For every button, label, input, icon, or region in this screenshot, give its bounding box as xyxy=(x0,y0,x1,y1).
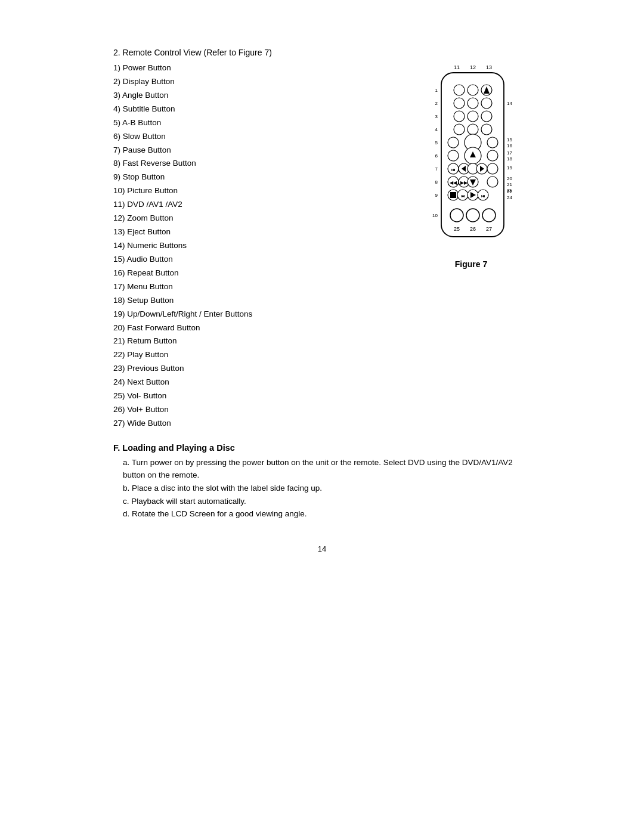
svg-text:8: 8 xyxy=(435,179,438,185)
list-item: 14) Numeric Buttons xyxy=(113,240,400,252)
list-item: 13) Eject Button xyxy=(113,226,400,239)
page-content: 2. Remote Control View (Refer to Figure … xyxy=(89,0,555,589)
svg-point-69 xyxy=(466,209,479,222)
svg-text:9: 9 xyxy=(435,193,438,198)
svg-text:25: 25 xyxy=(453,226,459,232)
button-list: 1) Power Button2) Display Button3) Angle… xyxy=(113,62,400,431)
svg-point-6 xyxy=(467,85,478,95)
svg-point-21 xyxy=(481,124,492,135)
svg-text:16: 16 xyxy=(507,143,512,148)
svg-text:15: 15 xyxy=(507,137,512,143)
svg-text:26: 26 xyxy=(469,226,475,232)
section2-title: 2. Remote Control View (Refer to Figure … xyxy=(113,48,531,57)
content-area: 1) Power Button2) Display Button3) Angle… xyxy=(113,62,531,431)
button-list-items: 1) Power Button2) Display Button3) Angle… xyxy=(113,62,400,430)
svg-text:4: 4 xyxy=(435,127,438,132)
list-item: 21) Return Button xyxy=(113,335,400,348)
list-item: 15) Audio Button xyxy=(113,253,400,266)
list-item: 1) Power Button xyxy=(113,62,400,75)
svg-text:6: 6 xyxy=(435,153,438,159)
svg-point-25 xyxy=(487,137,498,148)
svg-text:27: 27 xyxy=(485,226,491,232)
svg-text:⏭: ⏭ xyxy=(481,194,485,198)
svg-point-17 xyxy=(481,111,492,122)
list-item: 22) Play Button xyxy=(113,349,400,361)
list-item: 27) Wide Button xyxy=(113,417,400,430)
list-item: 19) Up/Down/Left/Right / Enter Buttons xyxy=(113,308,400,321)
svg-text:20: 20 xyxy=(507,176,512,181)
svg-point-11 xyxy=(467,98,478,109)
list-item: 17) Menu Button xyxy=(113,281,400,293)
list-item: 5) A-B Button xyxy=(113,117,400,129)
list-item: 20) Fast Forward Button xyxy=(113,322,400,335)
svg-text:2: 2 xyxy=(435,101,438,106)
svg-text:3: 3 xyxy=(435,114,438,119)
list-item: 18) Setup Button xyxy=(113,295,400,307)
svg-point-16 xyxy=(467,111,478,122)
svg-point-15 xyxy=(454,111,465,122)
svg-text:23: 23 xyxy=(507,188,512,193)
list-item: 9) Stop Button xyxy=(113,171,400,184)
svg-text:21: 21 xyxy=(507,182,512,187)
svg-rect-57 xyxy=(450,192,456,198)
list-item: 26) Vol+ Button xyxy=(113,404,400,416)
section-f-list-item: b. Place a disc into the slot with the l… xyxy=(113,482,531,495)
section-f-list-item: a. Turn power on by pressing the power b… xyxy=(113,456,531,482)
section-f-title: F. Loading and Playing a Disc xyxy=(113,443,531,453)
section-f-list-item: c. Playback will start automatically. xyxy=(113,495,531,508)
svg-text:5: 5 xyxy=(435,140,438,145)
svg-text:18: 18 xyxy=(507,156,512,162)
list-item: 2) Display Button xyxy=(113,76,400,88)
svg-point-70 xyxy=(482,209,496,222)
section2-title-suffix: (Refer to Figure 7) xyxy=(202,48,272,57)
list-item: 23) Previous Button xyxy=(113,363,400,375)
list-item: 6) Slow Button xyxy=(113,131,400,143)
list-item: 12) Zoom Button xyxy=(113,212,400,225)
svg-point-29 xyxy=(448,150,459,161)
svg-point-20 xyxy=(467,124,478,135)
list-item: 7) Pause Button xyxy=(113,144,400,157)
list-item: 4) Subtitle Button xyxy=(113,103,400,116)
svg-text:12: 12 xyxy=(469,64,475,70)
svg-text:19: 19 xyxy=(507,165,512,171)
svg-text:11: 11 xyxy=(453,64,459,70)
remote-column: 11 12 13 1 2 14 xyxy=(411,62,531,431)
section-f-list-item: d. Rotate the LCD Screen for a good view… xyxy=(113,507,531,521)
page-number: 14 xyxy=(113,544,531,553)
list-item: 11) DVD /AV1 /AV2 xyxy=(113,199,400,211)
section-f-list: a. Turn power on by pressing the power b… xyxy=(113,456,531,521)
list-item: 10) Picture Button xyxy=(113,185,400,197)
svg-text:10: 10 xyxy=(432,213,438,218)
svg-point-68 xyxy=(450,209,463,222)
svg-point-52 xyxy=(487,176,498,187)
svg-text:⏮: ⏮ xyxy=(451,168,455,172)
svg-text:7: 7 xyxy=(435,166,438,172)
svg-point-32 xyxy=(487,150,498,161)
svg-text:24: 24 xyxy=(507,195,512,200)
list-item: 8) Fast Reverse Button xyxy=(113,157,400,170)
section-f: F. Loading and Playing a Disc a. Turn po… xyxy=(113,443,531,521)
svg-text:⏮: ⏮ xyxy=(460,194,465,198)
svg-text:17: 17 xyxy=(507,150,512,156)
list-item: 25) Vol- Button xyxy=(113,390,400,402)
svg-point-10 xyxy=(454,98,465,109)
svg-point-43 xyxy=(487,163,498,174)
svg-text:14: 14 xyxy=(507,101,512,106)
figure-label: Figure 7 xyxy=(455,259,487,269)
svg-text:◀◀: ◀◀ xyxy=(450,180,457,185)
svg-text:▶▶: ▶▶ xyxy=(460,180,468,185)
svg-text:13: 13 xyxy=(485,64,491,70)
svg-text:1: 1 xyxy=(435,88,438,93)
remote-control-diagram: 11 12 13 1 2 14 xyxy=(416,62,527,256)
svg-point-19 xyxy=(454,124,465,135)
svg-point-5 xyxy=(454,85,465,95)
list-item: 16) Repeat Button xyxy=(113,267,400,280)
svg-point-23 xyxy=(448,137,459,148)
section2-title-bold: 2. Remote Control View xyxy=(113,48,202,57)
svg-point-12 xyxy=(481,98,492,109)
list-item: 24) Next Button xyxy=(113,376,400,389)
list-item: 3) Angle Button xyxy=(113,89,400,102)
